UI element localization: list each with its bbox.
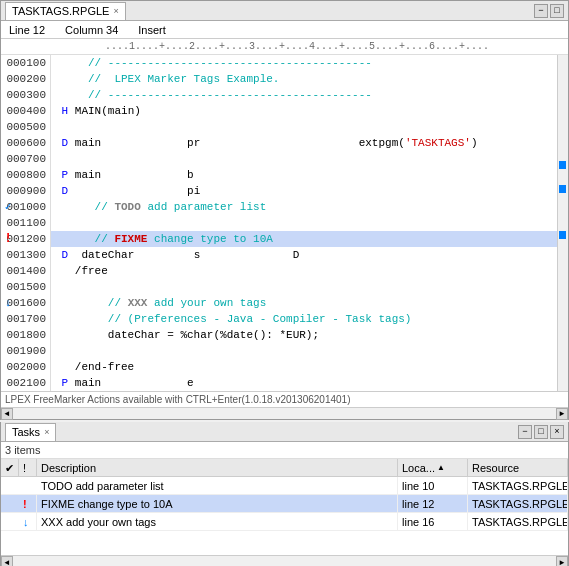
- editor-win-controls: − □: [534, 4, 564, 18]
- code-line-7: 000700: [1, 151, 557, 167]
- line-num-15: 001500: [1, 279, 51, 295]
- code-line-2: 000200 // LPEX Marker Tags Example.: [1, 71, 557, 87]
- scroll-indicator-2: [559, 185, 566, 193]
- hscroll-left-btn[interactable]: ◄: [1, 408, 13, 420]
- editor-hscroll[interactable]: ◄ ►: [1, 407, 568, 419]
- code-line-16: ↓ 001600 // XXX add your own tags: [1, 295, 557, 311]
- line-content-14: /free: [51, 263, 557, 279]
- code-line-5: 000500: [1, 119, 557, 135]
- fixme-marker-icon: !: [2, 231, 14, 247]
- editor-mode-status: Insert: [138, 24, 166, 36]
- tasks-panel: Tasks × − □ × 3 items ✔ ! Description Lo…: [0, 422, 569, 566]
- check-header-icon: ✔: [5, 459, 14, 477]
- code-line-15: 001500: [1, 279, 557, 295]
- tasks-minimize-btn[interactable]: −: [518, 425, 532, 439]
- tasks-close-btn[interactable]: ×: [550, 425, 564, 439]
- line-content-20: /end-free: [51, 359, 557, 375]
- line-num-9: 000900: [1, 183, 51, 199]
- tasks-header: ✔ ! Description Loca... ▲ Resource: [1, 459, 568, 477]
- task-row-2-severity: !: [19, 495, 37, 513]
- line-content-21: P main e: [51, 375, 557, 391]
- tasks-hscroll-left-btn[interactable]: ◄: [1, 556, 13, 566]
- line-content-18: dateChar = %char(%date(): *EUR);: [51, 327, 557, 343]
- line-content-5: [51, 119, 557, 135]
- editor-ruler: ....1....+....2....+....3....+....4....+…: [1, 39, 568, 55]
- editor-line-status: Line 12: [9, 24, 45, 36]
- description-header-label: Description: [41, 459, 96, 477]
- line-content-11: [51, 215, 557, 231]
- location-header-label: Loca...: [402, 459, 435, 477]
- line-num-8: 000800: [1, 167, 51, 183]
- xxx-marker-icon: ↓: [2, 295, 14, 311]
- editor-bottom-bar: LPEX FreeMarker Actions available with C…: [1, 391, 568, 407]
- line-num-4: 000400: [1, 103, 51, 119]
- line-num-14: 001400: [1, 263, 51, 279]
- code-line-12: ! 001200 // FIXME change type to 10A: [1, 231, 557, 247]
- tasks-hscroll-track[interactable]: [13, 556, 556, 566]
- line-num-13: 001300: [1, 247, 51, 263]
- editor-vscroll[interactable]: [557, 55, 568, 391]
- todo-marker-icon: ✓: [2, 199, 14, 215]
- code-line-18: 001800 dateChar = %char(%date(): *EUR);: [1, 327, 557, 343]
- tasks-maximize-btn[interactable]: □: [534, 425, 548, 439]
- task-row-1-location: line 10: [398, 477, 468, 495]
- line-content-16: // XXX add your own tags: [51, 295, 557, 311]
- line-num-10: ✓ 001000: [1, 199, 51, 215]
- editor-column-status: Column 34: [65, 24, 118, 36]
- task-row-3[interactable]: ↓ XXX add your own tags line 16 TASKTAGS…: [1, 513, 568, 531]
- hscroll-right-btn[interactable]: ►: [556, 408, 568, 420]
- editor-tab[interactable]: TASKTAGS.RPGLE ×: [5, 2, 126, 20]
- editor-minimize-btn[interactable]: −: [534, 4, 548, 18]
- code-line-17: 001700 // (Preferences - Java - Compiler…: [1, 311, 557, 327]
- line-content-19: [51, 343, 557, 359]
- code-line-4: 000400 H MAIN(main): [1, 103, 557, 119]
- task-row-1[interactable]: TODO add parameter list line 10 TASKTAGS…: [1, 477, 568, 495]
- line-content-2: // LPEX Marker Tags Example.: [51, 71, 557, 87]
- line-content-7: [51, 151, 557, 167]
- tasks-count: 3 items: [1, 442, 568, 459]
- editor-maximize-btn[interactable]: □: [550, 4, 564, 18]
- editor-panel: TASKTAGS.RPGLE × − □ Line 12 Column 34 I…: [0, 0, 569, 420]
- tasks-tab-close[interactable]: ×: [44, 427, 49, 437]
- tasks-col-description[interactable]: Description: [37, 459, 398, 476]
- code-line-13: 001300 D dateChar s D: [1, 247, 557, 263]
- resource-header-label: Resource: [472, 459, 519, 477]
- tasks-hscroll-right-btn[interactable]: ►: [556, 556, 568, 566]
- editor-tab-bar: TASKTAGS.RPGLE × − □: [1, 1, 568, 21]
- code-line-8: 000800 P main b: [1, 167, 557, 183]
- code-line-21: 002100 P main e: [1, 375, 557, 391]
- line-num-6: 000600: [1, 135, 51, 151]
- task-row-1-description: TODO add parameter list: [37, 477, 398, 495]
- line-num-7: 000700: [1, 151, 51, 167]
- code-line-6: 000600 D main pr extpgm('TASKTAGS'): [1, 135, 557, 151]
- line-content-6: D main pr extpgm('TASKTAGS'): [51, 135, 557, 151]
- task-row-3-description: XXX add your own tags: [37, 513, 398, 531]
- editor-code-area[interactable]: 000100 // ------------------------------…: [1, 55, 568, 391]
- code-line-19: 001900: [1, 343, 557, 359]
- line-content-3: // -------------------------------------…: [51, 87, 557, 103]
- line-content-12: // FIXME change type to 10A: [51, 231, 557, 247]
- tasks-tab-bar: Tasks × − □ ×: [1, 422, 568, 442]
- line-num-19: 001900: [1, 343, 51, 359]
- line-num-11: 001100: [1, 215, 51, 231]
- line-num-1: 000100: [1, 55, 51, 71]
- line-content-15: [51, 279, 557, 295]
- tasks-controls: − □ ×: [518, 425, 564, 439]
- editor-tab-close[interactable]: ×: [113, 6, 118, 16]
- hscroll-track[interactable]: [13, 409, 556, 419]
- tasks-col-resource[interactable]: Resource: [468, 459, 568, 476]
- line-content-4: H MAIN(main): [51, 103, 557, 119]
- line-content-13: D dateChar s D: [51, 247, 557, 263]
- task-row-2[interactable]: ! FIXME change type to 10A line 12 TASKT…: [1, 495, 568, 513]
- xxx-severity-icon: ↓: [23, 516, 29, 528]
- tasks-col-location[interactable]: Loca... ▲: [398, 459, 468, 476]
- line-content-1: // -------------------------------------…: [51, 55, 557, 71]
- tasks-tab[interactable]: Tasks ×: [5, 423, 56, 441]
- code-line-3: 000300 // ------------------------------…: [1, 87, 557, 103]
- code-line-1: 000100 // ------------------------------…: [1, 55, 557, 71]
- tasks-hscroll[interactable]: ◄ ►: [1, 555, 568, 566]
- task-row-2-description: FIXME change type to 10A: [37, 495, 398, 513]
- line-num-2: 000200: [1, 71, 51, 87]
- code-line-20: 002000 /end-free: [1, 359, 557, 375]
- task-row-3-severity: ↓: [19, 513, 37, 531]
